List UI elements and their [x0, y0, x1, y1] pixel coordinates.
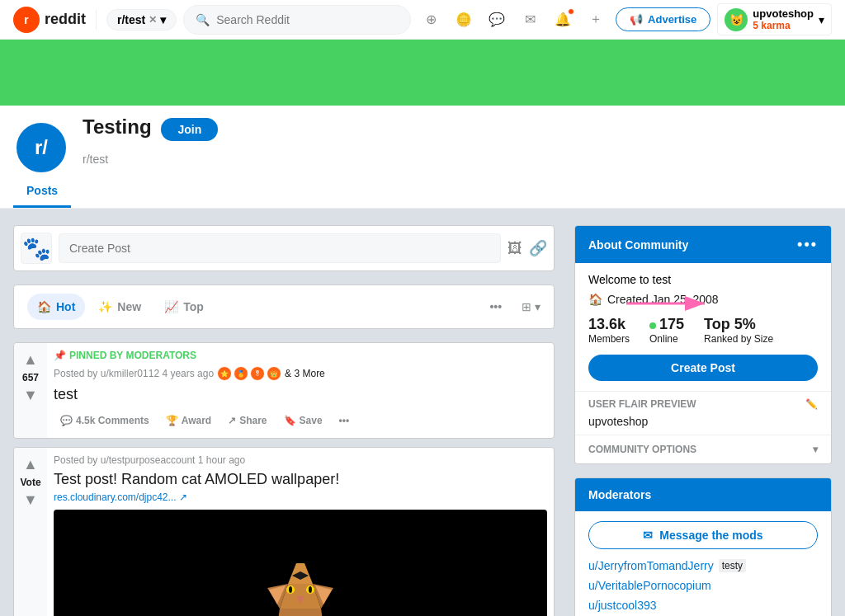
more-options-button[interactable]: •••	[333, 410, 356, 431]
message-mods-button[interactable]: ✉ Message the mods	[588, 521, 818, 549]
about-header: About Community •••	[575, 226, 831, 263]
rank-stat: Top 5% Ranked by Size	[704, 316, 773, 345]
subreddit-tabs: Posts	[0, 176, 845, 209]
sort-hot-button[interactable]: 🏠 Hot	[27, 294, 85, 320]
close-icon[interactable]: ✕	[149, 14, 157, 26]
chevron-down-icon: ▾	[819, 13, 824, 26]
subreddit-nav-pill[interactable]: r/test ✕ ▾	[106, 9, 177, 31]
rank-label: Ranked by Size	[704, 333, 773, 345]
sort-more-button[interactable]: •••	[479, 294, 512, 320]
save-button[interactable]: 🔖 Save	[277, 410, 329, 431]
vote-label: Vote	[20, 477, 40, 488]
mod-link-2[interactable]: u/VeritablePornocopium	[588, 579, 711, 592]
logo[interactable]: r reddit	[13, 7, 86, 33]
link-icon[interactable]: 🔗	[529, 239, 547, 257]
username: upvoteshop	[753, 7, 814, 20]
about-body: Welcome to test 🏠 Created Jan 25, 2008 1…	[575, 263, 831, 391]
help-icon[interactable]: ⊕	[418, 7, 444, 33]
downvote-button[interactable]: ▼	[21, 385, 40, 406]
chevron-down-icon[interactable]: ▾	[160, 13, 166, 26]
sort-top-button[interactable]: 📈 Top	[154, 294, 214, 320]
view-toggle[interactable]: ⊞ ▾	[522, 300, 541, 313]
mod-link-1[interactable]: u/JerryfromTomandJerry	[588, 559, 714, 572]
chat-icon[interactable]: 💬	[484, 7, 510, 33]
inbox-icon[interactable]: ✉	[517, 7, 543, 33]
about-community-card: About Community ••• Welcome to test 🏠 Cr…	[574, 225, 832, 464]
edit-flair-icon[interactable]: ✏️	[805, 398, 818, 410]
reddit-icon: r	[13, 7, 40, 33]
upvote-button[interactable]: ▲	[21, 350, 40, 370]
award-button[interactable]: 🏆 Award	[159, 410, 218, 431]
mod-item-3: u/justcool393	[588, 599, 818, 612]
online-stat: 175 Online	[649, 316, 684, 345]
award-icon-3: 🎖	[250, 366, 265, 381]
more-awards: & 3 More	[285, 368, 325, 379]
award-icon-4: 👑	[267, 366, 281, 381]
comment-icon: 💬	[60, 415, 73, 426]
search-bar[interactable]: 🔍	[183, 5, 411, 35]
about-stats: 13.6k Members 175 Online Top 5% Ranked b…	[588, 316, 818, 345]
post2-title[interactable]: Test post! Random cat AMOLED wallpaper!	[54, 471, 547, 488]
notifications-icon[interactable]: 🔔	[550, 7, 576, 33]
search-input[interactable]	[216, 13, 399, 26]
notification-badge	[568, 8, 574, 15]
advertise-button[interactable]: 📢 Advertise	[616, 7, 710, 31]
tab-posts[interactable]: Posts	[13, 176, 71, 208]
flair-value: upvoteshop	[588, 415, 818, 428]
sort-new-button[interactable]: ✨ New	[88, 294, 151, 320]
about-created: 🏠 Created Jan 25, 2008	[588, 293, 818, 306]
post-title[interactable]: test	[54, 386, 547, 403]
vote-count: 657	[22, 372, 39, 383]
post-image	[54, 510, 547, 616]
nav-icons: ⊕ 🪙 💬 ✉ 🔔 ＋ 📢 Advertise 😺 upvoteshop 5 k…	[418, 3, 832, 35]
create-post-box: 🐾 🖼 🔗	[13, 225, 555, 271]
mod-link-3[interactable]: u/justcool393	[588, 599, 657, 612]
upvote-button-2[interactable]: ▲	[21, 454, 40, 475]
add-icon[interactable]: ＋	[583, 7, 609, 33]
subreddit-icon: r/	[13, 120, 69, 176]
members-label: Members	[588, 333, 630, 345]
post-link[interactable]: res.cloudinary.com/djpc42... ↗	[54, 491, 547, 503]
create-post-sidebar-button[interactable]: Create Post	[588, 355, 818, 381]
cat-svg	[177, 510, 424, 616]
create-post-icons: 🖼 🔗	[507, 239, 547, 257]
user-avatars: ⭐ 🥇 🎖 👑	[217, 366, 281, 381]
avatar-emoji: 😺	[729, 13, 744, 26]
share-button[interactable]: ↗ Share	[221, 410, 273, 431]
image-upload-icon[interactable]: 🖼	[507, 239, 522, 257]
bookmark-icon: 🔖	[284, 415, 296, 426]
mod-item-2: u/VeritablePornocopium	[588, 579, 818, 592]
create-post-input[interactable]	[59, 233, 501, 263]
online-label: Online	[649, 333, 684, 345]
members-count: 13.6k	[588, 316, 630, 333]
envelope-icon: ✉	[643, 529, 653, 542]
megaphone-icon: 📢	[630, 13, 643, 26]
svg-marker-4	[276, 609, 325, 616]
reddit-wordmark: reddit	[45, 11, 86, 28]
online-dot	[649, 322, 656, 329]
join-button[interactable]: Join	[161, 118, 218, 141]
nav-divider	[96, 10, 97, 30]
svg-point-15	[289, 586, 292, 593]
chart-icon: 📈	[164, 300, 178, 313]
svg-point-16	[309, 586, 312, 593]
comments-button[interactable]: 💬 4.5k Comments	[54, 410, 156, 431]
subreddit-header: r/ Testing Join r/test	[0, 106, 845, 176]
community-options-toggle[interactable]: COMMUNITY OPTIONS ▾	[575, 435, 831, 463]
mod-badge-1: testy	[719, 559, 746, 572]
user-menu[interactable]: 😺 upvoteshop 5 karma ▾	[717, 3, 832, 35]
moderators-body: ✉ Message the mods u/JerryfromTomandJerr…	[575, 511, 831, 616]
post-meta-2: Posted by u/kmiller0112 4 years ago ⭐ 🥇 …	[54, 366, 547, 381]
sort-bar: 🏠 Hot ✨ New 📈 Top ••• ⊞ ▾	[13, 284, 555, 329]
flair-label: USER FLAIR PREVIEW ✏️	[588, 398, 818, 410]
about-menu-button[interactable]: •••	[797, 236, 818, 253]
subreddit-name: Testing	[83, 115, 152, 138]
about-welcome: Welcome to test	[588, 273, 818, 286]
coins-icon[interactable]: 🪙	[451, 7, 477, 33]
post-body: 📌 PINNED BY MODERATORS Posted by u/kmill…	[47, 343, 554, 438]
award-icon: 🏆	[166, 415, 178, 426]
subreddit-info: Testing Join r/test	[83, 115, 218, 176]
sidebar: About Community ••• Welcome to test 🏠 Cr…	[574, 225, 832, 616]
downvote-button-2[interactable]: ▼	[21, 490, 40, 510]
post-meta: 📌 PINNED BY MODERATORS	[54, 350, 547, 361]
